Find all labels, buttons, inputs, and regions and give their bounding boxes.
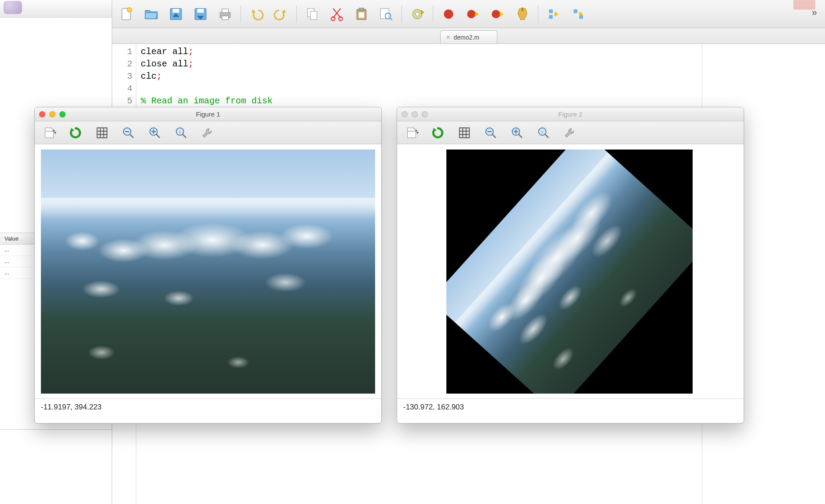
side-panel-header [0, 0, 112, 18]
run-gear-icon[interactable] [408, 5, 427, 23]
history-panel[interactable] [0, 429, 112, 504]
svg-point-19 [416, 12, 420, 16]
grid-icon[interactable] [95, 125, 110, 140]
undo-icon[interactable] [247, 5, 266, 23]
step-over-icon[interactable] [544, 5, 563, 23]
cut-icon[interactable] [328, 5, 346, 23]
app-logo-icon [4, 1, 22, 14]
open-folder-icon[interactable] [142, 5, 161, 23]
zoom-in-icon[interactable] [147, 125, 162, 140]
wrench-icon[interactable] [200, 125, 215, 140]
breakpoint-next-icon[interactable] [489, 5, 507, 23]
breakpoint-prev-icon[interactable] [464, 5, 482, 23]
step-out-icon[interactable] [569, 5, 588, 23]
zoom-in-icon[interactable] [510, 125, 525, 140]
svg-text:1: 1 [179, 129, 181, 134]
toolbar-separator [296, 5, 297, 23]
grid-icon[interactable] [457, 125, 472, 140]
svg-point-1 [127, 7, 132, 12]
svg-rect-33 [407, 131, 416, 138]
rotate-icon[interactable] [68, 125, 83, 140]
figure-titlebar[interactable]: Figure 1 [35, 107, 381, 121]
svg-rect-23 [522, 7, 523, 11]
new-file-icon[interactable] [117, 5, 136, 23]
figure-title: Figure 2 [397, 110, 744, 118]
toolbar-separator [538, 5, 538, 23]
svg-point-20 [444, 9, 453, 18]
breakpoint-icon[interactable] [439, 5, 458, 23]
rotated-image-frame [446, 150, 693, 394]
figure-status-bar: -130.972, 162.903 [397, 398, 744, 416]
editor-tab-bar: ✕ demo2.m [112, 28, 825, 44]
figure-window-2[interactable]: Figure 2 ▾ 1 -130.972, 162.903 [397, 107, 744, 424]
find-icon[interactable] [377, 5, 395, 23]
svg-point-21 [467, 10, 475, 18]
ide-toolbar: » [112, 0, 825, 28]
zoom-out-icon[interactable] [483, 125, 498, 140]
redo-icon[interactable] [272, 5, 290, 23]
svg-rect-14 [359, 8, 364, 11]
toolbar-separator [402, 5, 402, 23]
zoom-reset-icon[interactable]: 1 [536, 125, 551, 140]
svg-rect-24 [549, 9, 553, 13]
svg-rect-26 [573, 9, 577, 13]
aerial-image-original [41, 150, 375, 394]
figure-canvas[interactable] [35, 144, 381, 398]
paste-icon[interactable] [352, 5, 371, 23]
figure-canvas[interactable] [397, 144, 744, 398]
svg-rect-10 [310, 11, 317, 19]
svg-rect-3 [173, 9, 179, 13]
tab-close-icon[interactable]: ✕ [446, 34, 450, 40]
toolbar-separator [433, 5, 433, 23]
svg-rect-15 [359, 12, 365, 18]
save-icon[interactable]: ▾ [404, 125, 419, 140]
svg-rect-7 [222, 9, 229, 13]
figure-titlebar[interactable]: Figure 2 [397, 107, 744, 121]
tab-label: demo2.m [454, 34, 479, 41]
aerial-image-rotated [446, 150, 693, 394]
save-as-icon[interactable] [191, 5, 210, 23]
editor-tab[interactable]: ✕ demo2.m [440, 30, 497, 44]
zoom-reset-icon[interactable]: 1 [174, 125, 189, 140]
svg-text:1: 1 [541, 129, 544, 134]
zoom-out-icon[interactable] [121, 125, 136, 140]
svg-rect-8 [222, 16, 229, 20]
print-icon[interactable] [216, 5, 234, 23]
toolbar-separator [241, 5, 241, 23]
figure-window-1[interactable]: Figure 1 ▾ 1 -11.9197, 394.223 [34, 107, 382, 424]
svg-rect-5 [197, 9, 204, 13]
svg-rect-25 [549, 15, 553, 19]
figure-status-bar: -11.9197, 394.223 [35, 398, 381, 416]
svg-rect-28 [45, 131, 53, 138]
wrench-icon[interactable] [562, 125, 577, 140]
copy-icon[interactable] [303, 5, 321, 23]
save-icon[interactable]: ▾ [42, 125, 57, 140]
figure-toolbar: ▾ 1 [397, 121, 744, 144]
toolbar-overflow-icon[interactable]: » [812, 7, 817, 18]
clear-breakpoints-icon[interactable] [513, 5, 532, 23]
figure-title: Figure 1 [35, 110, 381, 118]
save-icon[interactable] [167, 5, 185, 23]
svg-point-22 [492, 10, 500, 18]
rotate-icon[interactable] [431, 125, 445, 140]
figure-toolbar: ▾ 1 [35, 121, 381, 144]
